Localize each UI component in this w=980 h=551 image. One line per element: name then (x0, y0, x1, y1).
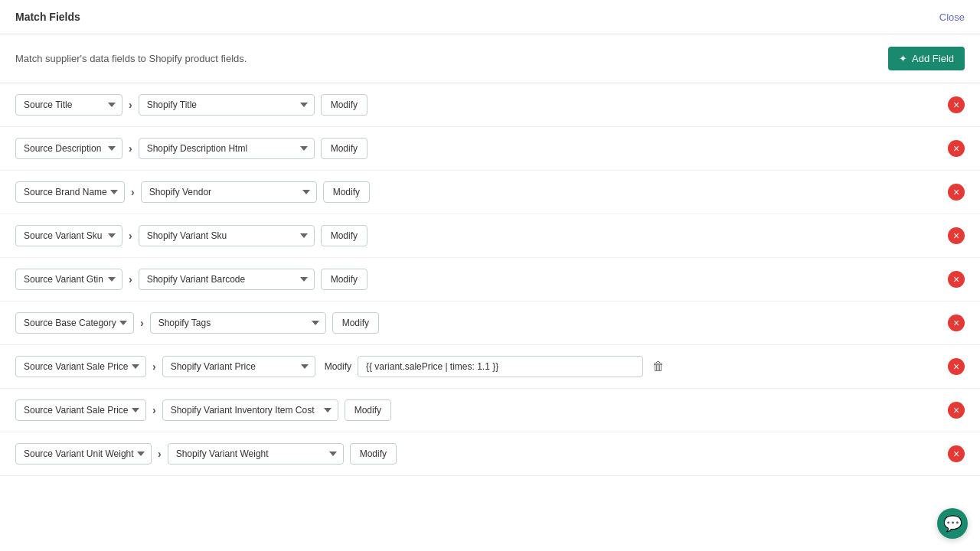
source-select-0[interactable]: Source Title (15, 94, 122, 116)
remove-button-4[interactable]: × (948, 271, 965, 288)
modify-button-8[interactable]: Modify (350, 443, 397, 465)
source-select-6[interactable]: Source Variant Sale Price (15, 356, 146, 377)
arrow-icon: › (129, 99, 132, 111)
add-field-icon: ✦ (899, 53, 907, 64)
arrow-icon: › (131, 186, 135, 198)
target-select-2[interactable]: Shopify Vendor (141, 181, 317, 203)
modify-button-1[interactable]: Modify (321, 138, 368, 159)
page-title: Match Fields (15, 11, 80, 23)
field-row: Source Variant Unit Weight›Shopify Varia… (0, 432, 980, 476)
field-row: Source Description›Shopify Description H… (0, 127, 980, 171)
remove-button-3[interactable]: × (948, 227, 965, 244)
target-select-7[interactable]: Shopify Variant Inventory Item Cost (162, 399, 338, 421)
modify-button-2[interactable]: Modify (323, 181, 370, 203)
trash-button-6[interactable]: 🗑 (649, 357, 668, 377)
arrow-icon: › (129, 273, 132, 285)
arrow-icon: › (129, 230, 132, 242)
field-row: Source Variant Sale Price›Shopify Varian… (0, 389, 980, 432)
remove-button-8[interactable]: × (948, 445, 965, 462)
add-field-button[interactable]: ✦ Add Field (888, 47, 965, 70)
modify-button-0[interactable]: Modify (321, 94, 368, 116)
source-select-3[interactable]: Source Variant Sku (15, 225, 122, 246)
remove-button-6[interactable]: × (948, 358, 965, 375)
remove-button-7[interactable]: × (948, 402, 965, 419)
modify-input-6[interactable] (358, 356, 643, 377)
target-select-6[interactable]: Shopify Variant Price (162, 356, 315, 377)
add-field-label: Add Field (912, 53, 954, 64)
source-select-2[interactable]: Source Brand Name (15, 181, 125, 203)
target-select-8[interactable]: Shopify Variant Weight (168, 443, 344, 465)
source-select-4[interactable]: Source Variant Gtin (15, 269, 122, 290)
modify-label-6: Modify (325, 361, 351, 372)
field-row: Source Brand Name›Shopify VendorModify× (0, 171, 980, 214)
field-row: Source Variant Sale Price›Shopify Varian… (0, 345, 980, 389)
target-select-4[interactable]: Shopify Variant Barcode (139, 269, 315, 290)
arrow-icon: › (129, 142, 132, 155)
remove-button-2[interactable]: × (948, 184, 965, 201)
arrow-icon: › (152, 404, 156, 416)
toolbar-description: Match supplier's data fields to Shopify … (15, 53, 247, 64)
remove-button-0[interactable]: × (948, 96, 965, 113)
remove-button-5[interactable]: × (948, 315, 965, 331)
source-select-1[interactable]: Source Description (15, 138, 122, 159)
field-row: Source Variant Sku›Shopify Variant SkuMo… (0, 214, 980, 258)
field-rows-container: Source Title›Shopify TitleModify×Source … (0, 83, 980, 476)
target-select-3[interactable]: Shopify Variant Sku (139, 225, 315, 246)
modify-button-5[interactable]: Modify (332, 312, 379, 334)
field-row: Source Base Category›Shopify TagsModify× (0, 302, 980, 345)
remove-button-1[interactable]: × (948, 140, 965, 157)
modify-button-3[interactable]: Modify (321, 225, 368, 246)
header: Match Fields Close (0, 0, 980, 34)
field-row: Source Title›Shopify TitleModify× (0, 83, 980, 127)
source-select-5[interactable]: Source Base Category (15, 312, 134, 334)
source-select-8[interactable]: Source Variant Unit Weight (15, 443, 152, 465)
source-select-7[interactable]: Source Variant Sale Price (15, 399, 146, 421)
modify-button-7[interactable]: Modify (345, 399, 391, 421)
target-select-1[interactable]: Shopify Description Html (139, 138, 315, 159)
close-button[interactable]: Close (939, 11, 965, 23)
arrow-icon: › (152, 360, 156, 373)
target-select-0[interactable]: Shopify Title (139, 94, 315, 116)
modify-button-4[interactable]: Modify (321, 269, 368, 290)
arrow-icon: › (158, 448, 162, 460)
field-row: Source Variant Gtin›Shopify Variant Barc… (0, 258, 980, 302)
target-select-5[interactable]: Shopify Tags (150, 312, 326, 334)
toolbar: Match supplier's data fields to Shopify … (0, 34, 980, 83)
arrow-icon: › (140, 317, 144, 329)
